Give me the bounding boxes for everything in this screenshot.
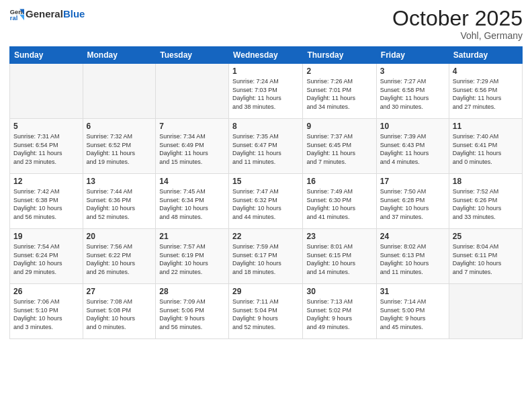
calendar-cell: 19Sunrise: 7:54 AM Sunset: 6:24 PM Dayli… — [10, 229, 83, 284]
calendar-cell: 12Sunrise: 7:42 AM Sunset: 6:38 PM Dayli… — [10, 174, 83, 229]
day-info: Sunrise: 7:14 AM Sunset: 5:00 PM Dayligh… — [380, 298, 445, 331]
weekday-header-thursday: Thursday — [303, 47, 376, 64]
day-number: 12 — [13, 177, 79, 186]
day-info: Sunrise: 7:08 AM Sunset: 5:08 PM Dayligh… — [87, 298, 152, 331]
day-info: Sunrise: 7:24 AM Sunset: 7:03 PM Dayligh… — [232, 77, 299, 111]
calendar-cell — [83, 64, 156, 119]
day-info: Sunrise: 7:40 AM Sunset: 6:41 PM Dayligh… — [453, 132, 519, 166]
day-number: 22 — [232, 232, 299, 241]
day-number: 28 — [159, 287, 225, 296]
calendar-cell — [449, 284, 522, 339]
day-number: 6 — [87, 122, 152, 131]
calendar-cell: 22Sunrise: 7:59 AM Sunset: 6:17 PM Dayli… — [229, 229, 303, 284]
calendar-cell: 31Sunrise: 7:14 AM Sunset: 5:00 PM Dayli… — [376, 284, 449, 339]
calendar: SundayMondayTuesdayWednesdayThursdayFrid… — [9, 46, 523, 339]
calendar-cell: 4Sunrise: 7:29 AM Sunset: 6:56 PM Daylig… — [449, 64, 522, 119]
location: Vohl, Germany — [392, 30, 523, 41]
day-number: 8 — [232, 122, 299, 131]
day-info: Sunrise: 7:52 AM Sunset: 6:26 PM Dayligh… — [453, 187, 519, 221]
day-number: 26 — [13, 287, 79, 296]
calendar-cell: 27Sunrise: 7:08 AM Sunset: 5:08 PM Dayli… — [83, 284, 156, 339]
calendar-cell: 23Sunrise: 8:01 AM Sunset: 6:15 PM Dayli… — [303, 229, 376, 284]
weekday-header-wednesday: Wednesday — [229, 47, 303, 64]
weekday-header-monday: Monday — [83, 47, 156, 64]
day-info: Sunrise: 7:37 AM Sunset: 6:45 PM Dayligh… — [306, 132, 372, 166]
day-number: 29 — [232, 287, 299, 296]
day-info: Sunrise: 8:02 AM Sunset: 6:13 PM Dayligh… — [380, 242, 445, 276]
day-number: 31 — [380, 287, 445, 296]
day-info: Sunrise: 7:42 AM Sunset: 6:38 PM Dayligh… — [13, 187, 79, 221]
weekday-header-sunday: Sunday — [10, 47, 83, 64]
calendar-cell: 29Sunrise: 7:11 AM Sunset: 5:04 PM Dayli… — [229, 284, 303, 339]
calendar-cell: 10Sunrise: 7:39 AM Sunset: 6:43 PM Dayli… — [376, 119, 449, 174]
day-number: 16 — [306, 177, 372, 186]
day-number: 5 — [13, 122, 79, 131]
day-number: 19 — [13, 232, 79, 241]
day-info: Sunrise: 7:45 AM Sunset: 6:34 PM Dayligh… — [159, 187, 225, 221]
calendar-cell: 15Sunrise: 7:47 AM Sunset: 6:32 PM Dayli… — [229, 174, 303, 229]
day-number: 9 — [306, 122, 372, 131]
day-info: Sunrise: 7:31 AM Sunset: 6:54 PM Dayligh… — [13, 132, 79, 166]
day-number: 11 — [453, 122, 519, 131]
day-number: 4 — [453, 66, 519, 76]
day-info: Sunrise: 8:01 AM Sunset: 6:15 PM Dayligh… — [306, 242, 372, 276]
weekday-header-friday: Friday — [376, 47, 449, 64]
day-number: 23 — [306, 232, 372, 241]
calendar-cell: 5Sunrise: 7:31 AM Sunset: 6:54 PM Daylig… — [10, 119, 83, 174]
calendar-cell: 8Sunrise: 7:35 AM Sunset: 6:47 PM Daylig… — [229, 119, 303, 174]
weekday-header-tuesday: Tuesday — [156, 47, 229, 64]
title-block: October 2025 Vohl, Germany — [392, 7, 523, 41]
day-info: Sunrise: 7:11 AM Sunset: 5:04 PM Dayligh… — [232, 298, 299, 331]
logo: Gene ral GeneralBlue — [9, 7, 85, 21]
day-info: Sunrise: 7:39 AM Sunset: 6:43 PM Dayligh… — [380, 132, 445, 166]
day-info: Sunrise: 7:34 AM Sunset: 6:49 PM Dayligh… — [159, 132, 225, 166]
calendar-cell: 3Sunrise: 7:27 AM Sunset: 6:58 PM Daylig… — [376, 64, 449, 119]
day-info: Sunrise: 7:54 AM Sunset: 6:24 PM Dayligh… — [13, 242, 79, 276]
day-info: Sunrise: 7:32 AM Sunset: 6:52 PM Dayligh… — [87, 132, 152, 166]
calendar-cell: 1Sunrise: 7:24 AM Sunset: 7:03 PM Daylig… — [229, 64, 303, 119]
day-number: 1 — [232, 66, 299, 76]
day-info: Sunrise: 7:57 AM Sunset: 6:19 PM Dayligh… — [159, 242, 225, 276]
calendar-cell: 30Sunrise: 7:13 AM Sunset: 5:02 PM Dayli… — [303, 284, 376, 339]
logo-icon: Gene ral — [9, 7, 24, 21]
calendar-cell: 21Sunrise: 7:57 AM Sunset: 6:19 PM Dayli… — [156, 229, 229, 284]
day-info: Sunrise: 7:09 AM Sunset: 5:06 PM Dayligh… — [159, 298, 225, 331]
calendar-cell — [10, 64, 83, 119]
day-info: Sunrise: 7:26 AM Sunset: 7:01 PM Dayligh… — [306, 77, 372, 111]
day-info: Sunrise: 7:29 AM Sunset: 6:56 PM Dayligh… — [453, 77, 519, 111]
calendar-cell: 11Sunrise: 7:40 AM Sunset: 6:41 PM Dayli… — [449, 119, 522, 174]
calendar-cell: 7Sunrise: 7:34 AM Sunset: 6:49 PM Daylig… — [156, 119, 229, 174]
calendar-cell: 6Sunrise: 7:32 AM Sunset: 6:52 PM Daylig… — [83, 119, 156, 174]
calendar-cell: 28Sunrise: 7:09 AM Sunset: 5:06 PM Dayli… — [156, 284, 229, 339]
calendar-cell: 25Sunrise: 8:04 AM Sunset: 6:11 PM Dayli… — [449, 229, 522, 284]
day-info: Sunrise: 7:06 AM Sunset: 5:10 PM Dayligh… — [13, 298, 79, 331]
calendar-cell — [156, 64, 229, 119]
calendar-cell: 16Sunrise: 7:49 AM Sunset: 6:30 PM Dayli… — [303, 174, 376, 229]
day-number: 10 — [380, 122, 445, 131]
day-info: Sunrise: 8:04 AM Sunset: 6:11 PM Dayligh… — [453, 242, 519, 276]
svg-marker-3 — [19, 15, 24, 20]
day-number: 13 — [87, 177, 152, 186]
month-title: October 2025 — [392, 7, 523, 30]
calendar-cell: 18Sunrise: 7:52 AM Sunset: 6:26 PM Dayli… — [449, 174, 522, 229]
day-info: Sunrise: 7:44 AM Sunset: 6:36 PM Dayligh… — [87, 187, 152, 221]
day-info: Sunrise: 7:35 AM Sunset: 6:47 PM Dayligh… — [232, 132, 299, 166]
day-number: 3 — [380, 66, 445, 76]
day-number: 15 — [232, 177, 299, 186]
day-info: Sunrise: 7:47 AM Sunset: 6:32 PM Dayligh… — [232, 187, 299, 221]
day-number: 21 — [159, 232, 225, 241]
day-number: 14 — [159, 177, 225, 186]
calendar-cell: 26Sunrise: 7:06 AM Sunset: 5:10 PM Dayli… — [10, 284, 83, 339]
day-info: Sunrise: 7:13 AM Sunset: 5:02 PM Dayligh… — [306, 298, 372, 331]
day-number: 25 — [453, 232, 519, 241]
day-number: 27 — [87, 287, 152, 296]
logo-general: General — [26, 8, 63, 19]
day-number: 7 — [159, 122, 225, 131]
calendar-cell: 13Sunrise: 7:44 AM Sunset: 6:36 PM Dayli… — [83, 174, 156, 229]
day-number: 18 — [453, 177, 519, 186]
calendar-cell: 9Sunrise: 7:37 AM Sunset: 6:45 PM Daylig… — [303, 119, 376, 174]
day-number: 17 — [380, 177, 445, 186]
weekday-header-saturday: Saturday — [449, 47, 522, 64]
logo-blue: Blue — [63, 8, 85, 19]
day-number: 2 — [306, 66, 372, 76]
